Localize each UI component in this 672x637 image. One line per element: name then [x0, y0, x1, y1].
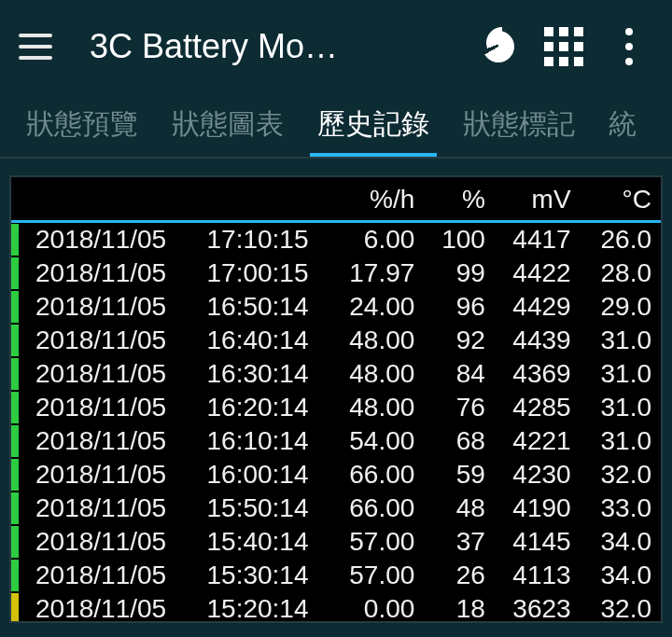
cell-millivolt: 4285	[495, 391, 581, 424]
app-title: 3C Battery Mo…	[90, 27, 338, 66]
status-mark	[11, 358, 19, 390]
cell-rate: 54.00	[329, 424, 425, 458]
cell-temperature: 26.0	[581, 222, 661, 257]
cell-temperature: 32.0	[581, 458, 661, 492]
cell-millivolt: 4422	[495, 256, 581, 290]
cell-millivolt: 4113	[495, 559, 581, 592]
table-row[interactable]: 2018/11/0517:00:1517.9799442228.0	[11, 256, 661, 290]
cell-temperature: 34.0	[581, 559, 661, 592]
cell-rate: 48.00	[329, 391, 425, 424]
cell-millivolt: 4230	[495, 458, 581, 492]
cell-date: 2018/11/05	[26, 458, 197, 492]
cell-rate: 0.00	[329, 592, 425, 623]
cell-rate: 6.00	[329, 222, 425, 257]
cell-temperature: 33.0	[581, 492, 661, 525]
cell-date: 2018/11/05	[26, 424, 197, 458]
tab-3[interactable]: 狀態標記	[446, 105, 592, 157]
cell-percent: 99	[424, 256, 495, 290]
cell-percent: 18	[424, 592, 495, 623]
tab-2[interactable]: 歷史記錄	[301, 105, 446, 157]
col-percent: %	[424, 177, 495, 222]
cell-date: 2018/11/05	[26, 324, 197, 357]
history-panel: %/h % mV °C 2018/11/0517:10:156.00100441…	[9, 175, 663, 623]
cell-millivolt: 4429	[495, 290, 581, 324]
cell-percent: 76	[424, 391, 495, 424]
cell-temperature: 28.0	[581, 256, 661, 290]
overflow-menu-icon[interactable]	[605, 22, 653, 71]
tab-4[interactable]: 統	[592, 105, 653, 157]
app-bar: 3C Battery Mo…	[0, 0, 672, 93]
cell-rate: 48.00	[329, 324, 425, 357]
status-mark	[11, 425, 19, 457]
col-temperature: °C	[581, 177, 661, 222]
cell-percent: 84	[424, 357, 495, 391]
cell-millivolt: 4369	[495, 357, 581, 391]
menu-icon[interactable]	[19, 24, 63, 69]
status-mark	[11, 526, 19, 558]
cell-rate: 24.00	[329, 290, 425, 324]
grid-icon[interactable]	[539, 22, 588, 71]
cell-millivolt: 3623	[495, 592, 581, 623]
tab-bar: 狀態預覽狀態圖表歷史記錄狀態標記統	[0, 93, 672, 159]
cell-time: 15:50:14	[197, 492, 328, 525]
cell-percent: 26	[424, 559, 495, 592]
cell-temperature: 31.0	[581, 324, 661, 357]
cell-temperature: 31.0	[581, 357, 661, 391]
cell-millivolt: 4145	[495, 525, 581, 559]
cell-percent: 92	[424, 324, 495, 357]
cell-time: 17:00:15	[197, 256, 328, 290]
cell-time: 16:50:14	[197, 290, 328, 324]
table-row[interactable]: 2018/11/0516:00:1466.0059423032.0	[11, 458, 661, 492]
table-row[interactable]: 2018/11/0515:50:1466.0048419033.0	[11, 492, 661, 525]
cell-time: 17:10:15	[197, 222, 328, 257]
cell-temperature: 34.0	[581, 525, 661, 559]
cell-date: 2018/11/05	[26, 559, 197, 592]
cell-date: 2018/11/05	[26, 357, 197, 391]
table-row[interactable]: 2018/11/0516:20:1448.0076428531.0	[11, 391, 661, 424]
cell-time: 15:20:14	[197, 592, 328, 623]
cell-time: 16:40:14	[197, 324, 328, 357]
table-row[interactable]: 2018/11/0515:40:1457.0037414534.0	[11, 525, 661, 559]
col-date	[26, 177, 197, 222]
cell-date: 2018/11/05	[26, 256, 197, 290]
cell-date: 2018/11/05	[26, 592, 197, 623]
cell-temperature: 32.0	[581, 592, 661, 623]
cell-time: 16:30:14	[197, 357, 328, 391]
cell-date: 2018/11/05	[26, 391, 197, 424]
cell-time: 16:00:14	[197, 458, 328, 492]
cell-percent: 100	[424, 222, 495, 257]
table-row[interactable]: 2018/11/0516:50:1424.0096442929.0	[11, 290, 661, 324]
status-mark	[11, 492, 19, 524]
cell-rate: 66.00	[329, 458, 425, 492]
cell-millivolt: 4439	[495, 324, 581, 357]
status-mark	[11, 325, 19, 356]
table-row[interactable]: 2018/11/0516:40:1448.0092443931.0	[11, 324, 661, 357]
cell-millivolt: 4221	[495, 424, 581, 458]
col-millivolt: mV	[495, 177, 581, 222]
cell-temperature: 29.0	[581, 290, 661, 324]
cell-percent: 68	[424, 424, 495, 458]
history-table: %/h % mV °C 2018/11/0517:10:156.00100441…	[11, 177, 661, 623]
status-mark	[11, 257, 19, 289]
table-row[interactable]: 2018/11/0515:30:1457.0026411334.0	[11, 559, 661, 592]
col-time	[197, 177, 328, 222]
cell-date: 2018/11/05	[26, 290, 197, 324]
status-mark	[11, 593, 19, 623]
status-mark	[11, 459, 19, 491]
status-mark	[11, 560, 19, 591]
cell-time: 15:40:14	[197, 525, 328, 559]
cell-millivolt: 4417	[495, 222, 581, 257]
cell-temperature: 31.0	[581, 424, 661, 458]
cell-rate: 66.00	[329, 492, 425, 525]
table-row[interactable]: 2018/11/0517:10:156.00100441726.0	[11, 222, 661, 257]
pie-chart-icon[interactable]	[474, 22, 523, 71]
tab-1[interactable]: 狀態圖表	[155, 105, 301, 157]
table-row[interactable]: 2018/11/0516:30:1448.0084436931.0	[11, 357, 661, 391]
cell-time: 15:30:14	[197, 559, 328, 592]
cell-temperature: 31.0	[581, 391, 661, 424]
cell-millivolt: 4190	[495, 492, 581, 525]
table-row[interactable]: 2018/11/0516:10:1454.0068422131.0	[11, 424, 661, 458]
table-row[interactable]: 2018/11/0515:20:140.0018362332.0	[11, 592, 661, 623]
cell-date: 2018/11/05	[26, 492, 197, 525]
tab-0[interactable]: 狀態預覽	[9, 105, 155, 157]
